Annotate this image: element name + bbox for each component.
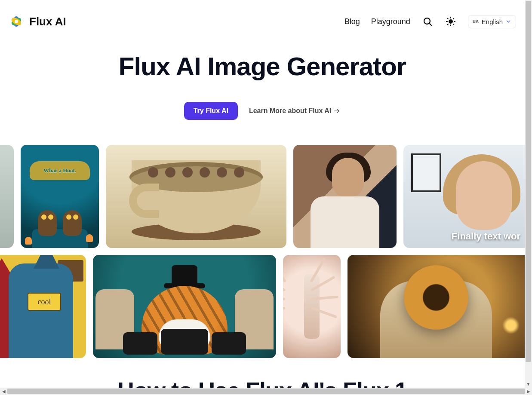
nav-playground[interactable]: Playground <box>371 17 410 26</box>
learn-more-label: Learn More about Flux AI <box>249 107 331 115</box>
theme-toggle-icon[interactable] <box>445 15 457 28</box>
vertical-scrollbar[interactable]: ▲ ▼ <box>525 0 532 388</box>
site-header: Flux AI Blog Playground <box>0 0 525 43</box>
scroll-thumb[interactable] <box>7 389 525 394</box>
search-icon[interactable] <box>421 15 434 28</box>
nav-blog[interactable]: Blog <box>344 17 360 26</box>
language-label: English <box>482 18 503 25</box>
gallery-tile[interactable] <box>106 145 286 248</box>
page-title: Flux AI Image Generator <box>0 52 525 81</box>
scroll-left-icon[interactable]: ◀ <box>0 388 7 395</box>
gallery-tile[interactable] <box>347 255 525 358</box>
gallery-row-2: cool <box>0 255 525 358</box>
tile-text: Whar a Hoot. <box>30 161 90 180</box>
scroll-thumb[interactable] <box>526 1 531 362</box>
howto-section: How to Use Flux AI's Flux 1 <box>0 377 525 388</box>
scroll-down-icon[interactable]: ▼ <box>525 380 532 388</box>
svg-line-14 <box>447 18 448 19</box>
learn-more-link[interactable]: Learn More about Flux AI <box>249 107 341 115</box>
tile-text: cool <box>28 293 61 311</box>
gallery: Whar a Hoot. Finally text wor <box>0 145 525 358</box>
language-selector[interactable]: us English <box>468 15 516 28</box>
svg-point-6 <box>15 20 18 23</box>
gallery-row-1: Whar a Hoot. Finally text wor <box>0 145 525 248</box>
horizontal-scrollbar[interactable]: ◀ ▶ <box>0 388 532 395</box>
brand[interactable]: Flux AI <box>9 14 66 29</box>
cta-row: Try Flux AI Learn More about Flux AI <box>0 102 525 120</box>
gallery-tile[interactable] <box>283 255 341 358</box>
tile-caption: Finally text wor <box>452 231 520 242</box>
gallery-tile[interactable]: cool <box>0 255 86 358</box>
scroll-right-icon[interactable]: ▶ <box>525 388 532 395</box>
brand-name: Flux AI <box>29 15 66 28</box>
gallery-tile[interactable] <box>293 145 397 248</box>
try-button[interactable]: Try Flux AI <box>184 102 238 120</box>
primary-nav: Blog Playground <box>344 15 516 28</box>
gallery-tile[interactable] <box>0 145 14 248</box>
language-code: us <box>473 18 479 24</box>
svg-line-16 <box>447 24 448 24</box>
howto-title: How to Use Flux AI's Flux 1 <box>0 377 525 388</box>
brand-logo-icon <box>9 14 24 29</box>
svg-point-9 <box>449 19 453 24</box>
hero: Flux AI Image Generator Try Flux AI Lear… <box>0 43 525 124</box>
gallery-tile[interactable]: Whar a Hoot. <box>21 145 99 248</box>
svg-line-17 <box>453 18 454 19</box>
gallery-tile[interactable] <box>93 255 276 358</box>
gallery-tile[interactable]: Finally text wor <box>403 145 525 248</box>
svg-line-15 <box>453 24 454 24</box>
chevron-down-icon <box>505 18 511 24</box>
arrow-right-icon <box>333 108 341 114</box>
svg-line-8 <box>429 23 431 25</box>
